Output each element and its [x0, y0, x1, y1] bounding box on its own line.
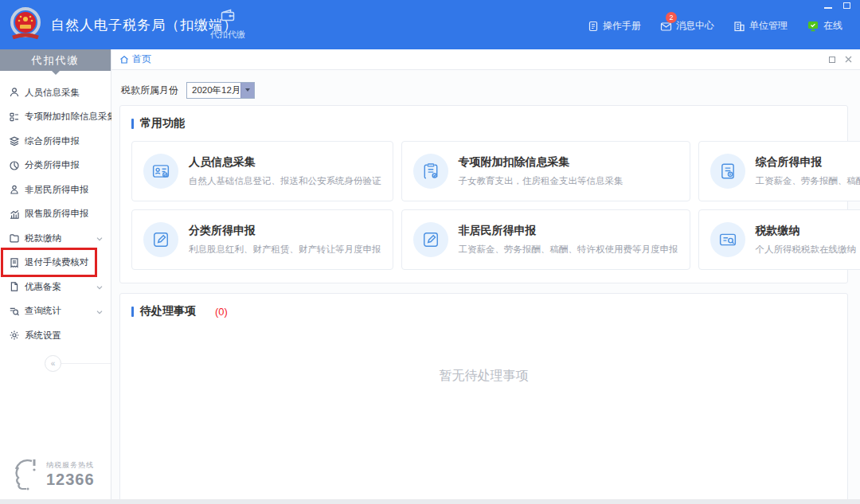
- sidebar-item-special-deduction[interactable]: 专项附加扣除信息采集: [0, 105, 111, 130]
- pending-items-panel: 待处理事项 (0) 暂无待处理事项: [119, 293, 848, 503]
- sidebar-item-tax-payment[interactable]: 税款缴纳: [0, 226, 111, 251]
- sidebar-item-nonresident-income[interactable]: 非居民所得申报: [0, 178, 111, 202]
- org-icon: [733, 21, 745, 32]
- common-functions-title: 常用功能: [140, 116, 185, 131]
- pending-items-header: 待处理事项 (0): [131, 304, 836, 318]
- tab-maximize-icon[interactable]: [829, 57, 835, 63]
- search-stats-icon: [9, 306, 20, 317]
- bottom-strip: [0, 499, 860, 504]
- function-cards: 人员信息采集 自然人基础信息登记、报送和公安系统身份验证: [131, 141, 836, 270]
- wallet-icon: [220, 7, 236, 23]
- edit-pencil-icon: [143, 222, 178, 257]
- online-status[interactable]: 在线: [807, 19, 842, 33]
- pending-items-title: 待处理事项: [140, 304, 196, 318]
- sidebar-item-personnel-info[interactable]: 人员信息采集: [0, 80, 111, 105]
- app-window: 自然人电子税务局（扣缴端） 代扣代缴 操作手册: [0, 0, 860, 504]
- sidebar-item-classified-income[interactable]: 分类所得申报: [0, 154, 111, 178]
- message-center-link[interactable]: 2 消息中心: [660, 19, 714, 33]
- headset-person-logo: [11, 456, 41, 493]
- sidebar-item-refund-fee-check[interactable]: 退付手续费核对: [0, 251, 111, 275]
- maximize-icon[interactable]: [843, 2, 850, 9]
- manual-link[interactable]: 操作手册: [588, 19, 641, 33]
- card-comprehensive-income[interactable]: 综合所得申报 工资薪金、劳务报酬、稿酬、特许权使用费等月度申报: [698, 141, 860, 201]
- header-links: 操作手册 2 消息中心 单位管理: [588, 19, 842, 33]
- edit-pencil-icon: [413, 222, 448, 257]
- hotline-label: 纳税服务热线: [46, 460, 95, 471]
- card-personnel-info[interactable]: 人员信息采集 自然人基础信息登记、报送和公安系统身份验证: [131, 141, 393, 201]
- manual-icon: [588, 21, 599, 32]
- app-header: 自然人电子税务局（扣缴端） 代扣代缴 操作手册: [0, 0, 860, 49]
- sidebar: 代扣代缴 人员信息采集 专项附加扣除信息采集: [0, 49, 111, 504]
- select-dropdown-icon[interactable]: [240, 83, 254, 98]
- filter-bar: 税款所属月份 2020年12月: [111, 70, 860, 100]
- hotline-number: 12366: [46, 471, 95, 489]
- pending-items-count: (0): [215, 306, 228, 318]
- clipboard-list-icon: [413, 154, 448, 189]
- tab-bar: 首页: [111, 49, 860, 70]
- receipt-icon: [9, 257, 20, 268]
- sidebar-item-restricted-stock[interactable]: 限售股所得申报: [0, 202, 111, 227]
- bar-chart-icon: [9, 209, 20, 220]
- sidebar-menu: 人员信息采集 专项附加扣除信息采集 综合所得申报: [0, 80, 111, 348]
- section-accent-bar: [131, 307, 134, 317]
- minimize-icon[interactable]: [824, 7, 832, 9]
- tabbar-controls: [829, 56, 852, 63]
- tax-month-select[interactable]: 2020年12月: [186, 82, 255, 99]
- gear-icon: [9, 330, 20, 341]
- sidebar-collapse-row: «: [0, 355, 111, 372]
- tax-month-value: 2020年12月: [187, 84, 240, 96]
- common-functions-panel: 常用功能 人员信息采集: [119, 105, 848, 283]
- home-icon: [119, 55, 129, 64]
- window-controls: [824, 2, 850, 9]
- tab-close-icon[interactable]: [845, 56, 852, 63]
- empty-state-text: 暂无待处理事项: [131, 368, 836, 385]
- folder-icon: [9, 232, 20, 244]
- tab-home[interactable]: 首页: [119, 53, 151, 66]
- divider: [61, 363, 111, 364]
- sidebar-item-comprehensive-income[interactable]: 综合所得申报: [0, 129, 111, 154]
- nav-tab-label: 代扣代缴: [197, 29, 258, 41]
- chevron-down-icon: [96, 284, 103, 291]
- section-accent-bar: [131, 119, 134, 129]
- person-outline-icon: [9, 184, 20, 195]
- pie-clock-icon: [9, 160, 20, 171]
- tax-month-label: 税款所属月份: [121, 84, 178, 97]
- card-classified-income[interactable]: 分类所得申报 利息股息红利、财产租赁、财产转让等月度申报: [131, 209, 393, 270]
- layers-icon: [9, 135, 20, 147]
- person-icon: [9, 87, 20, 98]
- tax-hotline: 纳税服务热线 12366: [11, 456, 95, 493]
- card-tax-payment[interactable]: 税款缴纳 个人所得税税款在线缴纳: [698, 209, 860, 270]
- report-doc-icon: [710, 154, 745, 189]
- online-monitor-icon: [807, 20, 819, 32]
- collapse-sidebar-button[interactable]: «: [45, 355, 61, 372]
- message-badge: 2: [666, 12, 677, 23]
- common-functions-header: 常用功能: [131, 116, 836, 131]
- card-search-icon: [710, 222, 745, 257]
- tax-bureau-logo: [6, 6, 45, 44]
- chevron-down-icon: [96, 309, 103, 315]
- sidebar-item-preferential-filing[interactable]: 优惠备案: [0, 275, 111, 299]
- sidebar-item-system-settings[interactable]: 系统设置: [0, 323, 111, 348]
- card-nonresident-income[interactable]: 非居民所得申报 工资薪金、劳务报酬、稿酬、特许权使用费等月度申报: [401, 209, 690, 270]
- unit-management-link[interactable]: 单位管理: [733, 19, 788, 33]
- chevron-down-icon: [96, 236, 103, 242]
- id-card-icon: [143, 154, 178, 189]
- sidebar-item-query-statistics[interactable]: 查询统计: [0, 299, 111, 324]
- sidebar-header: 代扣代缴: [0, 49, 111, 71]
- main-content: 首页 税款所属月份 2020年12月: [111, 49, 860, 504]
- card-special-deduction[interactable]: 专项附加扣除信息采集 子女教育支出，住房租金支出等信息采集: [401, 141, 690, 201]
- file-icon: [9, 281, 20, 292]
- nav-tab-daikou-daijiao[interactable]: 代扣代缴: [197, 5, 258, 41]
- list-grid-icon: [9, 111, 20, 123]
